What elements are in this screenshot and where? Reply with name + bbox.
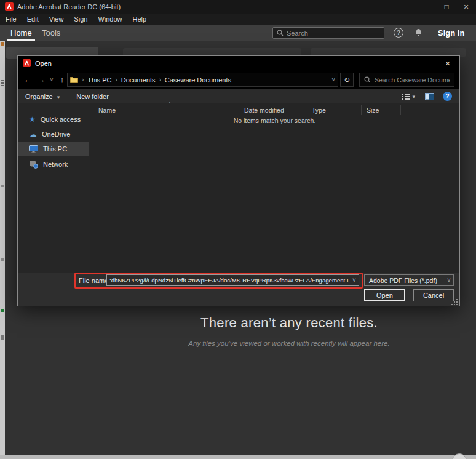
cloud-icon: ☁	[29, 130, 37, 139]
file-name-input[interactable]	[107, 277, 350, 284]
organize-button[interactable]: Organize ▾	[25, 93, 60, 100]
sign-in-button[interactable]: Sign In	[438, 28, 464, 38]
dialog-close-button[interactable]: ×	[440, 56, 456, 70]
screen: Adobe Acrobat Reader DC (64-bit) – □ × F…	[0, 0, 476, 459]
column-divider[interactable]	[361, 105, 362, 115]
adobe-reader-icon	[5, 2, 14, 11]
sidebar-item-network[interactable]: Network	[18, 158, 89, 171]
caret-down-icon: ▾	[412, 94, 415, 100]
breadcrumb-separator: ›	[82, 76, 84, 83]
breadcrumb-caseware-documents[interactable]: Caseware Documents	[165, 76, 231, 84]
empty-state-subtitle: Any files you’ve viewed or worked with r…	[102, 340, 476, 347]
address-dropdown-button[interactable]: ˅	[331, 76, 335, 83]
refresh-button[interactable]: ↻	[340, 73, 354, 87]
column-header-date-modified[interactable]: Date modified	[244, 103, 306, 116]
window-title: Adobe Acrobat Reader DC (64-bit)	[17, 3, 121, 10]
open-button[interactable]: Open	[364, 289, 405, 301]
star-icon: ★	[29, 115, 36, 124]
app-search-input[interactable]	[287, 30, 380, 37]
chevron-down-icon[interactable]: ˅	[350, 277, 359, 284]
column-divider[interactable]	[400, 105, 401, 115]
sliver-mark	[1, 80, 4, 81]
preview-pane-button[interactable]	[425, 93, 434, 100]
empty-state-title: There aren’t any recent files.	[102, 315, 476, 331]
help-icon[interactable]: ?	[394, 28, 403, 38]
resize-grip[interactable]	[451, 299, 458, 305]
monitor-icon	[29, 145, 38, 153]
details-view-icon	[402, 93, 410, 100]
sliver-mark	[1, 335, 4, 340]
dialog-titlebar: Open ×	[18, 56, 459, 70]
open-dialog: Open × ← → ˅ ↑ › This PC › Documents › C…	[17, 55, 460, 306]
app-menubar: File Edit View Sign Window Help	[0, 14, 476, 25]
dialog-title: Open	[35, 60, 52, 67]
column-header-size[interactable]: Size	[367, 103, 397, 116]
close-button[interactable]: ×	[456, 0, 476, 14]
menu-help[interactable]: Help	[133, 15, 147, 23]
network-icon	[29, 161, 38, 169]
minimize-button[interactable]: –	[417, 0, 437, 14]
recent-files-empty-state: There aren’t any recent files. Any files…	[102, 315, 476, 347]
breadcrumb-documents[interactable]: Documents	[121, 76, 156, 84]
folder-icon	[70, 76, 78, 83]
column-divider[interactable]	[237, 105, 237, 115]
empty-list-message: No items match your search.	[90, 117, 459, 124]
dialog-help-icon[interactable]: ?	[443, 92, 452, 101]
column-divider[interactable]	[306, 105, 306, 115]
breadcrumb-this-pc[interactable]: This PC	[87, 76, 111, 84]
breadcrumb-separator: ›	[159, 76, 161, 83]
search-icon	[277, 30, 284, 36]
adobe-reader-icon	[23, 59, 31, 67]
menu-edit[interactable]: Edit	[27, 15, 39, 23]
file-name-label: File name:	[79, 274, 110, 286]
column-header-type[interactable]: Type	[312, 103, 361, 116]
breadcrumb-separator: ›	[115, 76, 117, 83]
back-button[interactable]: ←	[22, 70, 34, 89]
minimize-icon: –	[425, 2, 429, 11]
up-button[interactable]: ↑	[56, 70, 68, 89]
refresh-icon: ↻	[344, 76, 350, 84]
search-icon	[364, 76, 371, 83]
forward-button[interactable]: →	[35, 70, 47, 89]
up-icon: ↑	[60, 75, 65, 84]
dialog-search-box[interactable]	[359, 73, 454, 87]
sidebar-item-onedrive[interactable]: ☁ OneDrive	[18, 127, 89, 141]
file-name-combobox[interactable]: ˅	[106, 274, 359, 286]
app-titlebar: Adobe Acrobat Reader DC (64-bit) – □ ×	[0, 0, 476, 14]
recent-locations-button[interactable]: ˅	[47, 70, 56, 89]
background-window-bottom-edge	[0, 455, 476, 459]
column-header-name[interactable]: Name	[98, 103, 234, 116]
maximize-icon: □	[444, 2, 448, 11]
cancel-button[interactable]: Cancel	[413, 289, 454, 301]
back-icon: ←	[24, 75, 32, 84]
details-view-button[interactable]: ▾	[402, 93, 415, 100]
dialog-nav-row: ← → ˅ ↑ › This PC › Documents › Caseware…	[18, 70, 459, 89]
maximize-button[interactable]: □	[437, 0, 456, 14]
tab-tools[interactable]: Tools	[42, 25, 60, 41]
new-folder-button[interactable]: New folder	[76, 93, 109, 100]
file-list: ˆ Name Date modified Type Size No items …	[90, 103, 459, 273]
bell-icon[interactable]	[415, 28, 422, 37]
dialog-command-bar: Organize ▾ New folder ▾ ?	[18, 89, 459, 103]
chevron-down-icon: ˅	[331, 76, 335, 83]
sidebar-item-quick-access[interactable]: ★ Quick access	[18, 113, 89, 126]
menu-view[interactable]: View	[49, 15, 64, 23]
dialog-sidebar: ★ Quick access ☁ OneDrive This PC Networ…	[18, 103, 90, 273]
sliver-mark	[1, 42, 4, 46]
menu-window[interactable]: Window	[98, 15, 122, 23]
sliver-mark	[1, 309, 4, 312]
sidebar-item-this-pc[interactable]: This PC	[18, 142, 89, 156]
file-type-select[interactable]: Adobe PDF Files (*.pdf) ˅	[364, 274, 454, 286]
chevron-down-icon: ˅	[50, 76, 54, 83]
menu-file[interactable]: File	[6, 15, 17, 23]
close-icon: ×	[445, 58, 450, 68]
address-bar[interactable]: › This PC › Documents › Caseware Documen…	[67, 73, 338, 87]
chevron-down-icon: ˅	[445, 277, 453, 284]
dialog-search-input[interactable]	[375, 76, 450, 84]
sliver-mark	[1, 85, 4, 86]
sliver-mark	[1, 185, 4, 187]
menu-sign[interactable]: Sign	[74, 15, 87, 23]
app-search-box[interactable]	[272, 27, 384, 39]
caret-down-icon: ▾	[57, 94, 60, 100]
tab-home[interactable]: Home	[10, 25, 32, 41]
